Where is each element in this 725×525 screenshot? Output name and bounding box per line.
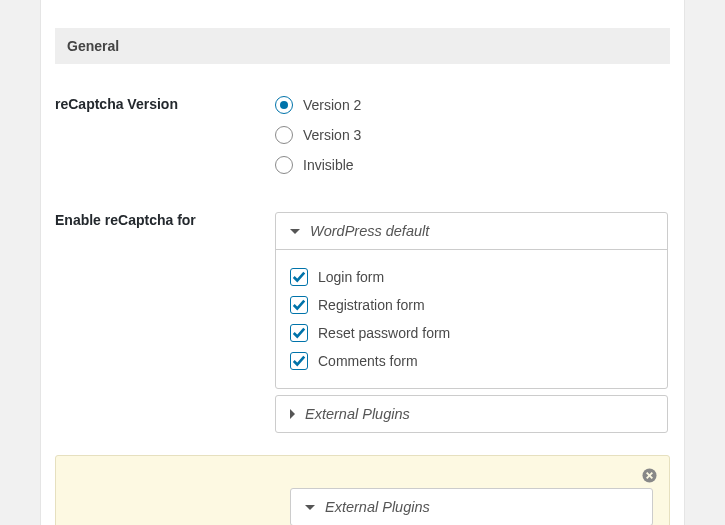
radio-label: Version 3 [303, 127, 361, 143]
checkbox-registration-form[interactable]: Registration form [290, 296, 653, 314]
checkbox-comments-form[interactable]: Comments form [290, 352, 653, 370]
label-recaptcha-version: reCaptcha Version [55, 96, 275, 174]
checkbox-icon [290, 324, 308, 342]
radio-icon [275, 126, 293, 144]
accordion-title: External Plugins [325, 499, 430, 515]
checkbox-label: Login form [318, 269, 384, 285]
checkbox-label: Comments form [318, 353, 418, 369]
label-enable-recaptcha-for: Enable reCaptcha for [55, 212, 275, 439]
radio-version-2[interactable]: Version 2 [275, 96, 670, 114]
close-icon[interactable] [642, 468, 657, 483]
field-enable-recaptcha-for: WordPress default Login form [275, 212, 670, 439]
accordion-header-wordpress-default[interactable]: WordPress default [276, 213, 667, 249]
radio-icon [275, 96, 293, 114]
accordion-wordpress-default: WordPress default Login form [275, 212, 668, 389]
accordion-title: WordPress default [310, 223, 429, 239]
accordion-notice-external-plugins: External Plugins [290, 488, 653, 525]
accordion-header-external-plugins[interactable]: External Plugins [276, 396, 667, 432]
checkbox-icon [290, 296, 308, 314]
accordion-external-plugins: External Plugins [275, 395, 668, 433]
chevron-down-icon [305, 505, 315, 510]
checkbox-reset-password-form[interactable]: Reset password form [290, 324, 653, 342]
radio-version-3[interactable]: Version 3 [275, 126, 670, 144]
radio-label: Version 2 [303, 97, 361, 113]
checkbox-icon [290, 352, 308, 370]
row-enable-recaptcha-for: Enable reCaptcha for WordPress default L… [55, 208, 670, 449]
checkbox-label: Reset password form [318, 325, 450, 341]
radio-label: Invisible [303, 157, 354, 173]
accordion-content-wordpress-default: Login form Registration form [276, 249, 667, 388]
notice-panel: External Plugins [55, 455, 670, 525]
notice-field: External Plugins [290, 488, 655, 525]
radio-icon [275, 156, 293, 174]
chevron-right-icon [290, 409, 295, 419]
accordion-header-notice-external-plugins[interactable]: External Plugins [291, 489, 652, 525]
checkbox-label: Registration form [318, 297, 425, 313]
radio-dot-icon [280, 101, 288, 109]
field-recaptcha-version: Version 2 Version 3 Invisible [275, 96, 670, 174]
section-heading-general: General [55, 28, 670, 64]
row-recaptcha-version: reCaptcha Version Version 2 Version 3 In… [55, 92, 670, 208]
radio-version-invisible[interactable]: Invisible [275, 156, 670, 174]
checkbox-login-form[interactable]: Login form [290, 268, 653, 286]
accordion-title: External Plugins [305, 406, 410, 422]
chevron-down-icon [290, 229, 300, 234]
checkbox-icon [290, 268, 308, 286]
